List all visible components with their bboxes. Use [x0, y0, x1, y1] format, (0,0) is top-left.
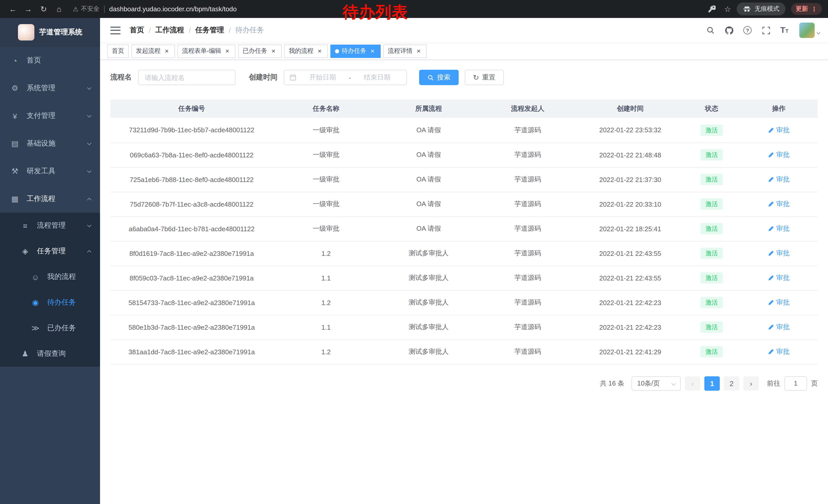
close-icon[interactable]: × — [369, 47, 376, 55]
breadcrumb-task-mgmt[interactable]: 任务管理 — [196, 26, 224, 35]
approve-link[interactable]: 审批 — [768, 298, 790, 307]
cell-created: 2022-01-22 18:25:41 — [577, 216, 683, 241]
filter-bar: 流程名 创建时间 开始日期 - 结束日期 搜索 ↻ 重置 — [110, 70, 818, 85]
update-button[interactable]: 更新 ⋮ — [791, 3, 822, 15]
cell-actions: 审批 — [740, 192, 818, 216]
back-icon[interactable]: ← — [6, 2, 19, 16]
cell-process: 测试多审批人 — [379, 266, 478, 290]
search-icon[interactable] — [703, 22, 718, 38]
sidebar: 芋道管理系统 ◔ 首页 ⚙ 系统管理 ¥ 支付管理 ▤ — [0, 18, 100, 504]
github-icon[interactable] — [721, 22, 737, 38]
cell-initiator: 芋道源码 — [478, 290, 577, 315]
tab-todo-tasks[interactable]: 待办任务 × — [330, 44, 381, 58]
table-row: 75d72608-7b7f-11ec-a3c8-acde48001122 一级审… — [110, 192, 818, 216]
date-range-picker[interactable]: 开始日期 - 结束日期 — [284, 70, 407, 85]
sidebar-item-label: 首页 — [27, 56, 41, 65]
key-icon[interactable] — [705, 2, 718, 16]
cell-task-id: 75d72608-7b7f-11ec-a3c8-acde48001122 — [110, 192, 273, 216]
pencil-icon — [768, 300, 774, 306]
approve-link[interactable]: 审批 — [768, 175, 790, 184]
header-actions: 操作 — [740, 99, 818, 118]
cell-actions: 审批 — [740, 167, 818, 192]
cell-status: 激活 — [683, 266, 740, 290]
approve-link[interactable]: 审批 — [768, 347, 790, 356]
person-icon: ♟ — [19, 349, 31, 358]
sidebar-item-home[interactable]: ◔ 首页 — [0, 47, 100, 74]
close-icon[interactable]: × — [224, 47, 231, 55]
security-indicator[interactable]: ⚠ 不安全 — [73, 5, 99, 13]
close-icon[interactable]: × — [270, 47, 277, 55]
sidebar-item-dev-tools[interactable]: ⚒ 研发工具 — [0, 157, 100, 185]
logo[interactable]: 芋道管理系统 — [0, 18, 100, 47]
help-icon[interactable]: ? — [740, 22, 755, 38]
page-button-1[interactable]: 1 — [704, 376, 720, 391]
pencil-icon — [768, 127, 774, 133]
breadcrumb-workflow[interactable]: 工作流程 — [156, 26, 184, 35]
sidebar-item-todo-tasks[interactable]: ◉ 待办任务 — [0, 290, 100, 315]
chevron-up-icon — [87, 198, 92, 202]
sidebar-item-workflow[interactable]: ▦ 工作流程 — [0, 185, 100, 213]
sidebar-item-task-mgmt[interactable]: ◈ 任务管理 — [0, 238, 100, 264]
menu-dots-icon[interactable]: ⋮ — [811, 5, 817, 12]
bookmark-star-icon[interactable]: ☆ — [724, 4, 731, 13]
user-menu[interactable] — [799, 22, 820, 38]
process-name-input[interactable] — [138, 70, 236, 85]
sidebar-item-payment-mgmt[interactable]: ¥ 支付管理 — [0, 102, 100, 130]
tab-done-tasks[interactable]: 已办任务 × — [238, 44, 282, 58]
goto-page-input[interactable] — [784, 376, 807, 391]
sidebar-item-leave-query[interactable]: ♟ 请假查询 — [0, 341, 100, 367]
sidebar-toggle-icon[interactable] — [110, 27, 121, 34]
close-icon[interactable]: × — [163, 47, 170, 55]
task-badge-icon: ◈ — [19, 246, 31, 256]
app-body: 芋道管理系统 ◔ 首页 ⚙ 系统管理 ¥ 支付管理 ▤ — [0, 18, 828, 504]
start-date-placeholder[interactable]: 开始日期 — [299, 73, 347, 82]
sidebar-item-my-process[interactable]: ☺ 我的流程 — [0, 264, 100, 290]
sidebar-item-infrastructure[interactable]: ▤ 基础设施 — [0, 130, 100, 157]
avatar[interactable] — [799, 22, 815, 38]
next-page-button[interactable]: › — [743, 376, 759, 391]
approve-link[interactable]: 审批 — [768, 126, 790, 135]
page-button-2[interactable]: 2 — [724, 376, 739, 391]
refresh-icon[interactable]: ↻ — [37, 2, 50, 16]
tab-home[interactable]: 首页 — [107, 44, 129, 58]
approve-link[interactable]: 审批 — [768, 150, 790, 159]
breadcrumb-home[interactable]: 首页 — [130, 26, 144, 35]
end-date-placeholder[interactable]: 结束日期 — [353, 73, 401, 82]
approve-link[interactable]: 审批 — [768, 273, 790, 282]
tab-form-edit[interactable]: 流程表单-编辑 × — [177, 44, 236, 58]
tab-process-detail[interactable]: 流程详情 × — [383, 44, 427, 58]
search-button[interactable]: 搜索 — [419, 70, 459, 85]
chevron-down-icon — [87, 141, 92, 145]
cell-process: 测试多审批人 — [379, 315, 478, 339]
table-body: 73211d9d-7b9b-11ec-b5b7-acde48001122 一级审… — [110, 118, 818, 364]
cell-created: 2022-01-22 21:48:48 — [577, 142, 683, 167]
cell-initiator: 芋道源码 — [478, 118, 577, 142]
approve-link[interactable]: 审批 — [768, 199, 790, 209]
approve-link[interactable]: 审批 — [768, 224, 790, 233]
sidebar-item-process-mgmt[interactable]: ≡ 流程管理 — [0, 213, 100, 238]
sidebar-item-done-tasks[interactable]: ≫ 已办任务 — [0, 315, 100, 341]
search-icon — [427, 74, 434, 81]
header-status: 状态 — [683, 99, 740, 118]
security-label: 不安全 — [81, 5, 99, 13]
pencil-icon — [768, 349, 774, 355]
approve-link[interactable]: 审批 — [768, 322, 790, 332]
cell-task-name: 一级审批 — [273, 192, 379, 216]
close-icon[interactable]: × — [415, 47, 422, 55]
prev-page-button[interactable]: ‹ — [685, 376, 700, 391]
page-size-select[interactable]: 10条/页 — [631, 376, 681, 391]
process-name-label: 流程名 — [110, 73, 132, 82]
reset-button[interactable]: ↻ 重置 — [465, 70, 503, 85]
close-icon[interactable]: × — [316, 47, 323, 55]
forward-icon[interactable]: → — [22, 2, 35, 16]
tab-start-process[interactable]: 发起流程 × — [131, 44, 175, 58]
approve-link[interactable]: 审批 — [768, 249, 790, 258]
home-icon[interactable]: ⌂ — [52, 2, 66, 16]
fullscreen-icon[interactable] — [758, 22, 774, 38]
cell-task-name: 一级审批 — [273, 167, 379, 192]
sidebar-item-system-mgmt[interactable]: ⚙ 系统管理 — [0, 74, 100, 102]
table-header-row: 任务编号 任务名称 所属流程 流程发起人 创建时间 状态 操作 — [110, 99, 818, 118]
tab-my-process[interactable]: 我的流程 × — [284, 44, 328, 58]
font-size-icon[interactable]: TT — [777, 22, 792, 38]
pencil-icon — [768, 152, 774, 158]
